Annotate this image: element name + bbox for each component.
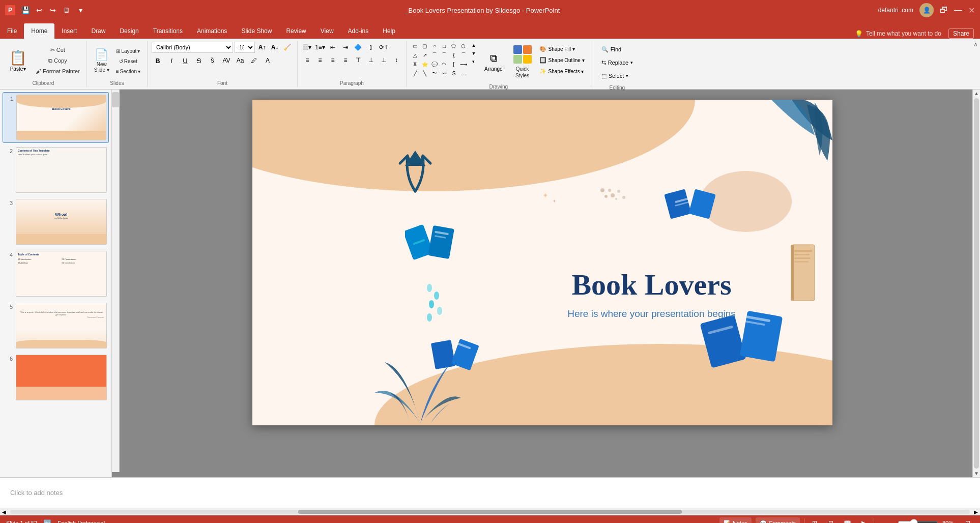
save-button[interactable]: 💾	[19, 4, 32, 16]
paste-button[interactable]: 📋 Paste ▾	[4, 47, 32, 74]
align-left-button[interactable]: ≡	[302, 54, 313, 66]
shape-wavy-button[interactable]: 〰	[440, 69, 449, 77]
minimize-button[interactable]: —	[954, 6, 962, 15]
align-top-button[interactable]: ⊤	[353, 54, 364, 66]
horizontal-scrollbar[interactable]: ◀ ▶	[0, 508, 980, 515]
slide-thumb-2[interactable]: 2 Contents of This Template Here is wher…	[3, 145, 109, 195]
slide-title[interactable]: Book Lovers	[497, 268, 807, 302]
tab-review[interactable]: Review	[279, 23, 313, 39]
tab-design[interactable]: Design	[112, 23, 146, 39]
shapes-scroll-up[interactable]: ▲	[470, 42, 477, 49]
shape-triangle-button[interactable]: △	[411, 51, 420, 59]
strikethrough-button[interactable]: S	[193, 54, 205, 67]
shape-arrow-button[interactable]: ↗	[420, 51, 429, 59]
notes-area[interactable]: Click to add notes	[0, 477, 980, 508]
layout-button[interactable]: ⊞ Layout ▾	[113, 47, 143, 55]
slideshow-button[interactable]: ▶	[857, 517, 870, 523]
shape-oval-button[interactable]: ○	[430, 42, 439, 50]
language-info[interactable]: English (Indonesia)	[57, 520, 105, 523]
user-avatar[interactable]: 👤	[919, 3, 934, 17]
shape-brace-button[interactable]: {	[449, 51, 458, 59]
bullets-button[interactable]: ☰▾	[302, 42, 313, 53]
font-color-button[interactable]: A	[262, 54, 274, 67]
copy-button[interactable]: ⧉ Copy	[33, 56, 82, 66]
zoom-slider[interactable]	[898, 519, 938, 523]
slide-thumb-5[interactable]: 5 "This is a quote. Words full of wisdom…	[3, 301, 109, 351]
align-right-button[interactable]: ≡	[327, 54, 338, 66]
shapes-more[interactable]: ▾	[470, 58, 477, 65]
shape-callout-button[interactable]: 💬	[430, 60, 439, 68]
tab-home[interactable]: Home	[24, 23, 54, 39]
shape-connector-button[interactable]: ⌒	[440, 51, 449, 59]
smart-art-button[interactable]: 🔷	[353, 42, 364, 53]
align-middle-button[interactable]: ⊥	[365, 54, 377, 66]
scroll-thumb-top[interactable]	[112, 92, 119, 107]
shape-bracket-button[interactable]: [	[449, 60, 458, 68]
tab-insert[interactable]: Insert	[54, 23, 84, 39]
align-bottom-button[interactable]: ⊥	[378, 54, 389, 66]
shape-effects-button[interactable]: ✨ Shape Effects ▾	[537, 66, 587, 76]
slide-thumb-3[interactable]: 3 Whoa! subtitle here	[3, 197, 109, 247]
shape-more-button[interactable]: ⬡	[459, 42, 468, 50]
comments-status-button[interactable]: 💬 Comments	[756, 517, 800, 523]
quick-styles-button[interactable]: Quick Styles	[510, 42, 535, 82]
replace-button[interactable]: ⇆ Replace ▾	[598, 57, 636, 68]
scroll-left-button[interactable]: ◀	[0, 509, 8, 515]
select-button[interactable]: ⬚ Select ▾	[598, 70, 636, 81]
bold-button[interactable]: B	[152, 54, 164, 67]
slide-thumb-6[interactable]: 6	[3, 353, 109, 402]
undo-button[interactable]: ↩	[33, 4, 45, 16]
slide-subtitle[interactable]: Here is where your presentation begins	[497, 308, 807, 319]
close-button[interactable]: ✕	[968, 6, 975, 15]
share-label[interactable]: Share	[948, 28, 974, 39]
section-button[interactable]: ≡ Section ▾	[113, 67, 143, 76]
justify-button[interactable]: ≡	[340, 54, 351, 66]
line-spacing-button[interactable]: ↕	[391, 54, 402, 66]
vertical-scrollbar[interactable]: ▲ ▼	[972, 90, 980, 477]
reset-button[interactable]: ↺ Reset	[113, 57, 143, 66]
tab-draw[interactable]: Draw	[84, 23, 112, 39]
clear-format-button[interactable]: 🧹	[282, 42, 293, 53]
shape-arc-button[interactable]: ◠	[440, 60, 449, 68]
underline-button[interactable]: U	[179, 54, 191, 67]
arrange-button[interactable]: ⧉ Arrange	[479, 42, 508, 82]
increase-font-button[interactable]: A↑	[256, 42, 268, 53]
increase-indent-button[interactable]: ⇥	[340, 42, 351, 53]
slide-sorter-button[interactable]: ⊟	[825, 517, 837, 523]
tab-file[interactable]: File	[0, 23, 24, 39]
align-center-button[interactable]: ≡	[314, 54, 326, 66]
fit-slide-button[interactable]: ⊡	[962, 517, 974, 523]
tab-help[interactable]: Help	[376, 23, 402, 39]
shadow-button[interactable]: S̈	[207, 54, 219, 67]
tab-slideshow[interactable]: Slide Show	[234, 23, 279, 39]
shape-pentagon-button[interactable]: ⬠	[449, 42, 458, 50]
italic-button[interactable]: I	[165, 54, 178, 67]
shape-zigzag-button[interactable]: ⟿	[459, 60, 468, 68]
shape-fill-button[interactable]: 🎨 Shape Fill ▾	[537, 44, 587, 54]
columns-button[interactable]: ⫿	[365, 42, 377, 53]
scroll-down-button[interactable]: ▼	[974, 471, 979, 476]
qat-dropdown-button[interactable]: ▾	[74, 4, 87, 16]
font-name-select[interactable]: Calibri (Body)	[152, 42, 233, 53]
tell-me-label[interactable]: Tell me what you want to do	[866, 30, 941, 37]
collapse-ribbon-button[interactable]: ∧	[973, 41, 978, 48]
font-color-highlight-button[interactable]: 🖊	[248, 54, 260, 67]
shape-dline-button[interactable]: ╲	[420, 69, 429, 77]
tab-addins[interactable]: Add-ins	[341, 23, 376, 39]
scroll-thumb[interactable]	[974, 98, 979, 469]
decrease-font-button[interactable]: A↓	[269, 42, 280, 53]
shapes-scroll-down[interactable]: ▼	[470, 50, 477, 57]
shape-rect2-button[interactable]: □	[440, 42, 449, 50]
shape-s-button[interactable]: S	[449, 69, 458, 77]
presentation-view-button[interactable]: 🖥	[61, 4, 73, 16]
format-painter-button[interactable]: 🖌 Format Painter	[33, 67, 82, 76]
normal-view-button[interactable]: ⊞	[809, 517, 821, 523]
paste-dropdown-icon[interactable]: ▾	[23, 66, 26, 72]
decrease-indent-button[interactable]: ⇤	[327, 42, 338, 53]
new-slide-button[interactable]: 📄 New Slide ▾	[91, 46, 112, 75]
scroll-up-button[interactable]: ▲	[974, 91, 979, 96]
slide-thumb-1[interactable]: 1 Book Lovers	[3, 92, 109, 143]
char-spacing-button[interactable]: AV	[220, 54, 233, 67]
restore-down-button[interactable]: 🗗	[940, 6, 948, 15]
tab-view[interactable]: View	[313, 23, 341, 39]
